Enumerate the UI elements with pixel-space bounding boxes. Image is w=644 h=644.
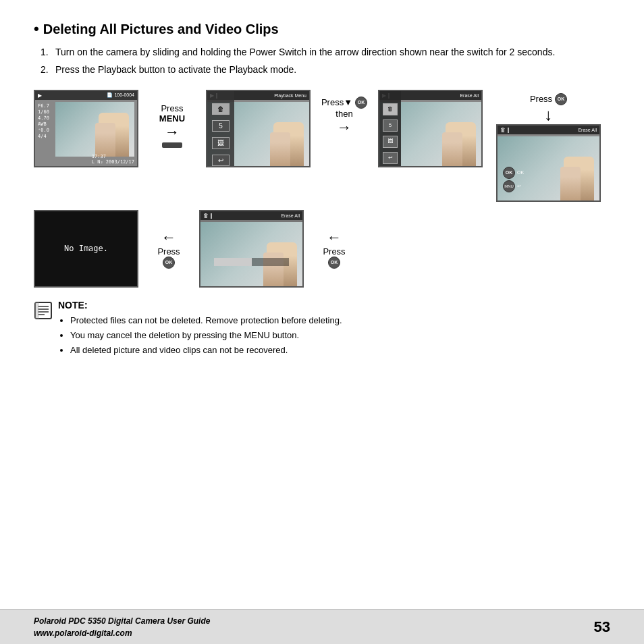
screen-2-sidebar: 🗑 5 🖼 ↩: [207, 91, 234, 166]
ok-circle-4: OK: [328, 257, 340, 269]
top-row: ▶ 📄 100-0004 F6.7 1/60 4.70 AWB ⁺0.0 4/4: [34, 90, 601, 202]
screen-5: 🗑 ‖ Erase All: [199, 210, 304, 288]
screen-5-progress: [214, 258, 289, 266]
screen-1-header: ▶ 📄 100-0004: [35, 91, 137, 100]
note-bullet-1: Protected files can not be deleted. Remo…: [70, 313, 610, 328]
right-col: Press OK ↓ 🗑 ‖ Erase All: [483, 90, 601, 202]
arrow-2-then-label: then: [336, 109, 352, 119]
screen-2-menu-overlay: 🗑 5 🖼 ↩: [207, 91, 309, 166]
step-2-num: 2.: [41, 62, 55, 77]
arrow-2-area: Press▼ OK then →: [311, 90, 378, 136]
screen-5-header: 🗑 ‖ Erase All: [200, 211, 302, 220]
screen-1-info: F6.7 1/60 4.70 AWB ⁺0.0 4/4: [38, 103, 49, 140]
footer-line2: www.polaroid-digital.com: [34, 627, 210, 639]
step-1-num: 1.: [41, 45, 55, 59]
ok-label-4: OK: [517, 170, 524, 175]
note-bullet-3: All deleted picture and video clips can …: [70, 343, 610, 358]
arrow-1-area: Press MENU →: [138, 90, 206, 148]
note-bullets: Protected files can not be deleted. Remo…: [70, 313, 610, 358]
footer-line1: Polaroid PDC 5350 Digital Camera User Gu…: [34, 615, 210, 627]
screen-1-photo: [55, 102, 134, 157]
arrow-1-sym: →: [165, 124, 180, 141]
step-1-text: Turn on the camera by sliding and holdin…: [55, 45, 555, 59]
screen-4-header-right: Erase All: [578, 128, 597, 132]
arrow-1-press-label: Press: [161, 103, 183, 113]
screen-2: ▶ ‖ Playback Menu 🗑 5 🖼 ↩: [206, 90, 311, 167]
ok-circle-1: OK: [355, 97, 367, 109]
screen-1-header-left: ▶: [38, 92, 42, 99]
screen-5-progress-fill: [214, 258, 252, 266]
arrow-5-area: ← Press OK: [138, 229, 199, 269]
arrow-4-press-label: Press: [323, 246, 345, 257]
arrow-5-press-label: Press: [157, 246, 180, 257]
title-bullet: •: [34, 20, 39, 38]
svg-rect-5: [35, 302, 39, 319]
screen-3-icon-trash: 🗑: [383, 103, 398, 115]
screen-4-header-left: 🗑 ‖: [500, 127, 510, 133]
second-row: No Image. ← Press OK 🗑 ‖ Erase All: [34, 210, 483, 288]
step-2: 2. Press the Playback button to activate…: [41, 62, 610, 77]
screen-3-icon-5: 5: [383, 119, 398, 132]
screen-6: No Image.: [34, 210, 138, 288]
menu-icon-img: 🖼: [212, 137, 230, 149]
arrow-2-press-label: Press▼: [321, 97, 352, 107]
ok-circle-4a: OK: [503, 167, 515, 179]
press-label-down: Press: [530, 94, 552, 104]
note-content: NOTE: Protected files can not be deleted…: [58, 300, 610, 358]
note-icon: [34, 301, 53, 320]
screen-1: ▶ 📄 100-0004 F6.7 1/60 4.70 AWB ⁺0.0 4/4: [34, 90, 138, 167]
step-2-text: Press the Playback button to activate th…: [55, 62, 296, 77]
menu-icon-5: 5: [212, 120, 230, 132]
screen-4-header: 🗑 ‖ Erase All: [498, 126, 599, 134]
down-arrow-area: Press OK ↓: [516, 90, 567, 124]
arrow-4-area: ← Press OK: [304, 229, 365, 269]
ok-menu-row-ok: OK OK: [503, 167, 524, 179]
note-section: NOTE: Protected files can not be deleted…: [34, 300, 610, 358]
note-title: NOTE:: [58, 300, 610, 311]
screen-5-header-right: Erase All: [281, 213, 300, 218]
menu-icon-trash: 🗑: [212, 103, 230, 115]
arrow-2-sym: →: [337, 119, 352, 136]
steps-list: 1. Turn on the camera by sliding and hol…: [41, 45, 610, 78]
footer: Polaroid PDC 5350 Digital Camera User Gu…: [0, 609, 644, 644]
screen-3: ▶ ‖ Erase All 🗑 5 🖼 ↩: [378, 90, 483, 167]
ok-circle-5: OK: [163, 257, 175, 269]
ok-menu-row-menu: MNU ↩: [503, 180, 524, 192]
ok-circle-down: OK: [555, 93, 567, 105]
menu-icon-back: ↩: [212, 155, 230, 166]
screen-3-icon-img: 🖼: [383, 136, 398, 148]
footer-page-number: 53: [594, 618, 610, 636]
page: • Deleting All Pictures and Video Clips …: [0, 0, 644, 644]
note-bullet-2: You may cancel the deletion by pressing …: [70, 328, 610, 343]
screen-3-icon-back: ↩: [383, 152, 398, 164]
screen-5-header-left: 🗑 ‖: [203, 213, 213, 219]
menu-circle-4: MNU: [503, 180, 515, 192]
screen-1-time: 17:37 L N₂ 2003/12/17: [92, 154, 134, 165]
screen-3-sidebar: 🗑 5 🖼 ↩: [379, 91, 401, 166]
screen-4: 🗑 ‖ Erase All OK OK MNU: [496, 124, 601, 202]
menu-label-4: ↩: [517, 184, 521, 189]
step-1: 1. Turn on the camera by sliding and hol…: [41, 45, 610, 59]
arrow-4-sym: ←: [327, 229, 342, 246]
menu-button-icon: [162, 142, 182, 148]
screen-4-ok-menu: OK OK MNU ↩: [503, 167, 524, 194]
diagram: ▶ 📄 100-0004 F6.7 1/60 4.70 AWB ⁺0.0 4/4: [34, 90, 610, 288]
down-arrow-sym: ↓: [544, 105, 552, 124]
no-image-text: No Image.: [64, 244, 108, 253]
screen-3-menu-overlay: 🗑 5 🖼 ↩: [379, 91, 481, 166]
screen-1-file: 📄 100-0004: [107, 92, 134, 98]
section-title: Deleting All Pictures and Video Clips: [43, 22, 279, 37]
arrow-5-sym: ←: [161, 229, 176, 246]
footer-left: Polaroid PDC 5350 Digital Camera User Gu…: [34, 615, 210, 639]
arrow-1-menu-label: MENU: [159, 113, 185, 124]
